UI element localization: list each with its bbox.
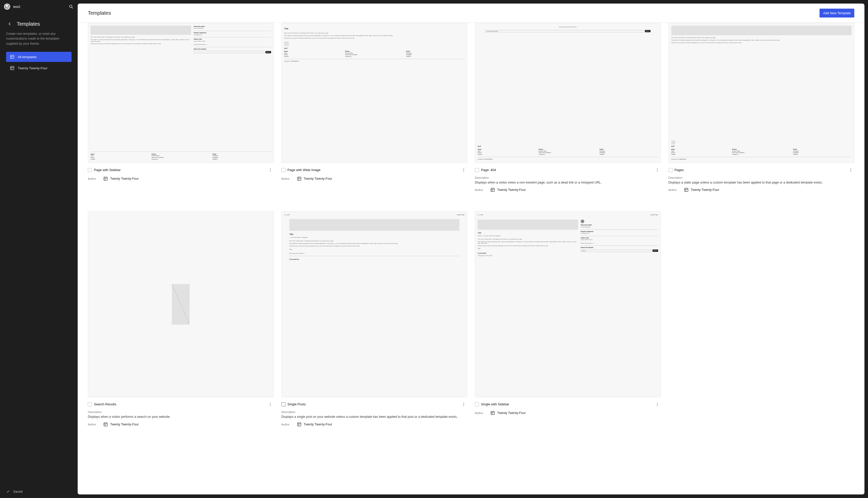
select-checkbox[interactable] [475, 402, 479, 406]
template-preview[interactable] [88, 211, 274, 397]
template-description: Displays when a visitor views a non-exis… [475, 180, 661, 185]
template-title-row: Page with Wide Image [281, 167, 468, 174]
sidebar-item-twenty-twenty-four[interactable]: Twenty Twenty-Four [6, 63, 71, 73]
author-label: Author [281, 177, 295, 180]
back-button[interactable] [6, 20, 13, 27]
more-actions-button[interactable] [847, 167, 854, 174]
svg-point-16 [463, 170, 464, 170]
svg-rect-12 [104, 177, 107, 180]
svg-point-17 [463, 171, 464, 172]
app-root: test2 Templates Create new templates, or… [0, 0, 868, 498]
author-block: Author Twenty Twenty-Four [475, 187, 661, 193]
author-name: Twenty Twenty-Four [110, 177, 139, 181]
svg-point-10 [270, 170, 270, 170]
svg-point-39 [463, 403, 464, 403]
more-actions-button[interactable] [460, 167, 467, 174]
page-title: Templates [88, 10, 111, 16]
sidebar-item-all-templates[interactable]: All templates [6, 52, 71, 62]
sidebar-nav: All templates Twenty Twenty-Four [6, 52, 71, 73]
svg-rect-30 [684, 188, 688, 192]
search-icon[interactable] [68, 4, 74, 9]
author-block: Author Twenty Twenty-Four [669, 187, 855, 193]
select-checkbox[interactable] [281, 402, 286, 406]
site-title[interactable]: test2 [13, 5, 20, 9]
template-preview[interactable]: Title This is the Content block, it will… [281, 23, 468, 163]
select-checkbox[interactable] [281, 168, 286, 172]
author-name: Twenty Twenty-Four [691, 188, 719, 192]
template-card-page-404: searching using the form below. Search t… [475, 23, 661, 193]
svg-point-29 [851, 171, 851, 172]
sidebar-top-left: test2 [4, 3, 20, 10]
svg-point-1 [69, 5, 72, 8]
add-new-template-button[interactable]: Add New Template [819, 9, 854, 17]
template-preview[interactable]: test2 Sample Page Title — by Author Name… [281, 211, 468, 397]
layout-icon [297, 422, 302, 427]
svg-point-15 [463, 168, 464, 169]
template-title-row: Single with Sidebar [475, 401, 661, 408]
sidebar-body: Templates Create new templates, or reset… [0, 13, 78, 485]
more-actions-button[interactable] [654, 401, 661, 408]
template-preview[interactable]: This is the Content block, it will displ… [669, 23, 855, 163]
template-title[interactable]: Page with Sidebar [94, 168, 265, 172]
select-checkbox[interactable] [475, 168, 479, 172]
template-title[interactable]: Single Posts [288, 402, 458, 406]
select-checkbox[interactable] [669, 168, 673, 172]
saved-label: Saved [13, 490, 23, 494]
author-block: Author Twenty Twenty-Four [88, 176, 274, 181]
svg-rect-24 [491, 188, 494, 192]
layout-icon [10, 65, 15, 70]
template-card-search-results: Search Results DescriptionDisplays when … [88, 211, 274, 427]
author-label: Author [669, 188, 682, 192]
check-icon [6, 489, 10, 494]
more-actions-button[interactable] [460, 401, 467, 408]
template-title[interactable]: Search Results [94, 402, 265, 406]
svg-point-40 [463, 404, 464, 405]
description-label: Description [669, 176, 855, 179]
svg-point-35 [270, 405, 270, 406]
template-card-page-with-sidebar: This is the Content block, it will displ… [88, 23, 274, 193]
author-name: Twenty Twenty-Four [497, 411, 526, 415]
author-block: Author Twenty Twenty-Four [281, 176, 468, 181]
svg-rect-36 [104, 423, 107, 426]
sidebar-item-label: All templates [18, 55, 37, 59]
more-actions-button[interactable] [267, 401, 274, 408]
layout-icon [490, 187, 495, 193]
template-card-page-with-wide-image: Title This is the Content block, it will… [281, 23, 468, 193]
more-actions-button[interactable] [267, 167, 274, 174]
svg-point-34 [270, 404, 270, 405]
svg-point-33 [270, 403, 270, 403]
author-name: Twenty Twenty-Four [304, 177, 332, 181]
svg-rect-42 [298, 423, 301, 426]
select-checkbox[interactable] [88, 402, 92, 406]
author-name: Twenty Twenty-Four [304, 423, 332, 426]
main-panel: Templates Add New Template This is the C… [78, 3, 865, 495]
template-title-row: Single Posts [281, 401, 468, 408]
template-title[interactable]: Page with Wide Image [288, 168, 458, 172]
svg-point-23 [657, 171, 657, 172]
layout-icon [103, 422, 108, 427]
author-block: Author Twenty Twenty-Four [88, 422, 274, 427]
svg-point-22 [657, 170, 657, 170]
svg-rect-18 [298, 177, 301, 180]
select-checkbox[interactable] [88, 168, 92, 172]
description-label: Description [281, 410, 468, 414]
template-preview[interactable]: This is the Content block, it will displ… [88, 23, 274, 163]
sidebar-topbar: test2 [0, 0, 78, 13]
template-title[interactable]: Page: 404 [481, 168, 652, 172]
more-actions-button[interactable] [654, 167, 661, 174]
author-block: Author Twenty Twenty-Four [281, 422, 468, 427]
svg-point-21 [657, 168, 657, 169]
template-title-row: Page: 404 [475, 167, 661, 174]
row-spacer [88, 200, 854, 204]
template-title[interactable]: Pages [675, 168, 845, 172]
svg-point-46 [657, 404, 657, 405]
main-body[interactable]: This is the Content block, it will displ… [78, 23, 865, 495]
wordpress-logo-icon[interactable] [4, 3, 10, 10]
template-preview[interactable]: test2 Sample Page Title Posted — by Auth… [475, 211, 661, 397]
template-preview[interactable]: searching using the form below. Search t… [475, 23, 661, 163]
svg-rect-3 [10, 55, 14, 58]
template-title-row: Page with Sidebar [88, 167, 274, 174]
template-title[interactable]: Single with Sidebar [481, 402, 652, 406]
svg-point-11 [270, 171, 270, 172]
author-name: Twenty Twenty-Four [110, 423, 139, 426]
